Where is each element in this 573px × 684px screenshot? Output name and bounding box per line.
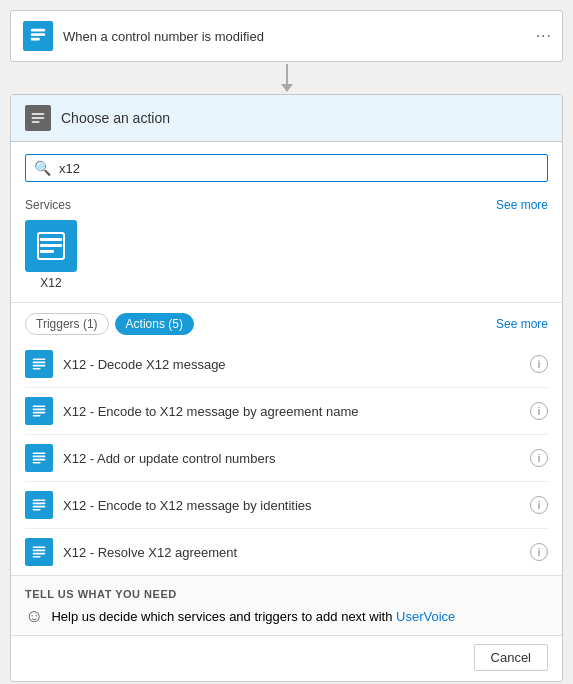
svg-rect-12 xyxy=(33,365,46,367)
search-input[interactable] xyxy=(59,161,539,176)
action-info-1[interactable]: i xyxy=(530,402,548,420)
action-header-title: Choose an action xyxy=(61,110,170,126)
cancel-button[interactable]: Cancel xyxy=(474,644,548,671)
action-icon-svg-4 xyxy=(31,544,47,560)
trigger-card: When a control number is modified ··· xyxy=(10,10,563,62)
services-header: Services See more xyxy=(25,198,548,212)
smiley-icon: ☺ xyxy=(25,606,43,627)
action-info-3[interactable]: i xyxy=(530,496,548,514)
action-item-0[interactable]: X12 - Decode X12 message i xyxy=(25,341,548,388)
actions-see-more[interactable]: See more xyxy=(496,317,548,331)
trigger-title: When a control number is modified xyxy=(63,29,264,44)
x12-tile-label: X12 xyxy=(40,276,61,290)
action-header: Choose an action xyxy=(11,95,562,142)
svg-rect-11 xyxy=(33,362,46,364)
cancel-row: Cancel xyxy=(11,635,562,681)
svg-rect-16 xyxy=(33,412,46,414)
tell-us-row: ☺ Help us decide which services and trig… xyxy=(25,606,548,627)
action-item-icon-1 xyxy=(25,397,53,425)
svg-rect-4 xyxy=(32,117,45,119)
action-info-4[interactable]: i xyxy=(530,543,548,561)
x12-tile-icon xyxy=(25,220,77,272)
svg-rect-22 xyxy=(33,499,46,501)
x12-service-tile[interactable]: X12 xyxy=(25,220,77,290)
action-item-1[interactable]: X12 - Encode to X12 message by agreement… xyxy=(25,388,548,435)
action-item-icon-2 xyxy=(25,444,53,472)
search-area: 🔍 xyxy=(11,142,562,190)
svg-rect-25 xyxy=(33,509,41,511)
tab-actions[interactable]: Actions (5) xyxy=(115,313,194,335)
svg-rect-15 xyxy=(33,409,46,411)
action-info-0[interactable]: i xyxy=(530,355,548,373)
svg-rect-24 xyxy=(33,506,46,508)
x12-icon-svg xyxy=(35,230,67,262)
trigger-icon xyxy=(23,21,53,51)
svg-rect-29 xyxy=(33,556,41,558)
svg-rect-21 xyxy=(33,462,41,464)
services-label: Services xyxy=(25,198,71,212)
service-tiles: X12 xyxy=(25,220,548,302)
action-item-label-0: X12 - Decode X12 message xyxy=(63,357,530,372)
action-header-svg xyxy=(30,110,46,126)
action-list: X12 - Decode X12 message i X12 - Encode … xyxy=(11,341,562,575)
action-info-2[interactable]: i xyxy=(530,449,548,467)
action-icon-svg-0 xyxy=(31,356,47,372)
services-see-more[interactable]: See more xyxy=(496,198,548,212)
svg-rect-19 xyxy=(33,456,46,458)
action-item-4[interactable]: X12 - Resolve X12 agreement i xyxy=(25,529,548,575)
action-item-label-3: X12 - Encode to X12 message by identitie… xyxy=(63,498,530,513)
action-header-icon xyxy=(25,105,51,131)
svg-rect-0 xyxy=(31,29,45,32)
action-panel: Choose an action 🔍 Services See more xyxy=(10,94,563,682)
svg-rect-18 xyxy=(33,452,46,454)
tabs-section: Triggers (1) Actions (5) See more xyxy=(11,303,562,335)
uservoice-link[interactable]: UserVoice xyxy=(396,609,455,624)
action-item-icon-3 xyxy=(25,491,53,519)
svg-rect-17 xyxy=(33,415,41,417)
tell-us-text: Help us decide which services and trigge… xyxy=(51,609,455,624)
svg-rect-28 xyxy=(33,553,46,555)
svg-rect-2 xyxy=(31,38,40,41)
svg-rect-10 xyxy=(33,358,46,360)
action-item-label-2: X12 - Add or update control numbers xyxy=(63,451,530,466)
svg-rect-13 xyxy=(33,368,41,370)
action-item-3[interactable]: X12 - Encode to X12 message by identitie… xyxy=(25,482,548,529)
svg-rect-26 xyxy=(33,546,46,548)
action-icon-svg-2 xyxy=(31,450,47,466)
trigger-menu-button[interactable]: ··· xyxy=(536,27,552,45)
action-item-icon-4 xyxy=(25,538,53,566)
arrow-head xyxy=(281,84,293,92)
connector-arrow xyxy=(281,64,293,92)
tabs-row: Triggers (1) Actions (5) See more xyxy=(25,313,548,335)
tab-triggers[interactable]: Triggers (1) xyxy=(25,313,109,335)
arrow-line xyxy=(286,64,288,84)
trigger-icon-svg xyxy=(29,27,47,45)
action-icon-svg-3 xyxy=(31,497,47,513)
svg-rect-8 xyxy=(40,244,62,247)
svg-rect-14 xyxy=(33,405,46,407)
svg-rect-3 xyxy=(32,113,45,115)
workflow-container: When a control number is modified ··· Ch… xyxy=(10,10,563,682)
tabs-left: Triggers (1) Actions (5) xyxy=(25,313,194,335)
action-item-icon-0 xyxy=(25,350,53,378)
svg-rect-7 xyxy=(40,238,62,241)
tell-us-section: TELL US WHAT YOU NEED ☺ Help us decide w… xyxy=(11,575,562,635)
svg-rect-27 xyxy=(33,550,46,552)
action-item-label-4: X12 - Resolve X12 agreement xyxy=(63,545,530,560)
tell-us-title: TELL US WHAT YOU NEED xyxy=(25,588,548,600)
svg-rect-20 xyxy=(33,459,46,461)
action-item-2[interactable]: X12 - Add or update control numbers i xyxy=(25,435,548,482)
search-box: 🔍 xyxy=(25,154,548,182)
svg-rect-9 xyxy=(40,250,54,253)
action-item-label-1: X12 - Encode to X12 message by agreement… xyxy=(63,404,530,419)
search-icon: 🔍 xyxy=(34,160,51,176)
action-icon-svg-1 xyxy=(31,403,47,419)
svg-rect-1 xyxy=(31,33,45,36)
svg-rect-23 xyxy=(33,503,46,505)
svg-rect-5 xyxy=(32,121,40,123)
services-section: Services See more X12 xyxy=(11,190,562,303)
